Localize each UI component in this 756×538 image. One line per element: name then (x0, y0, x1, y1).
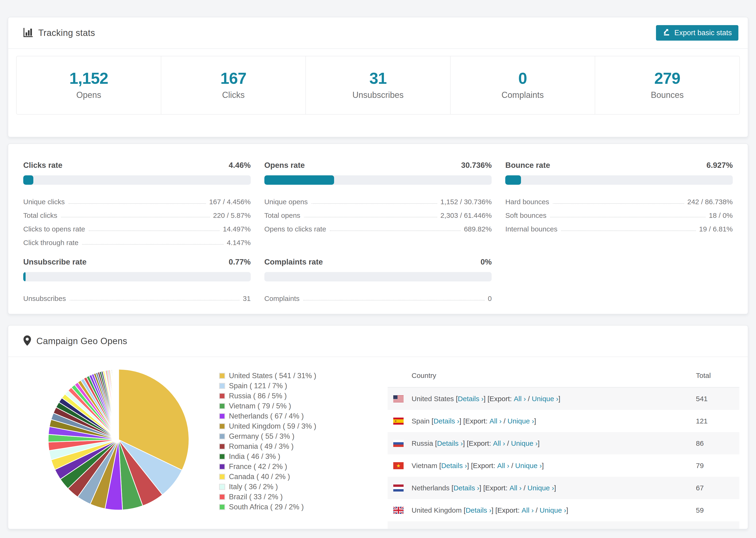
legend-label: Brazil ( 33 / 2% ) (229, 493, 283, 501)
stat-box: 31 Unsubscribes (306, 56, 451, 114)
export-all-link[interactable]: All › (514, 395, 526, 403)
legend-label: India ( 46 / 3% ) (229, 452, 280, 461)
details-link[interactable]: Details › (437, 439, 463, 447)
rate-row-value: 14.497% (223, 225, 250, 233)
rate-row-value: 31 (243, 295, 250, 302)
country-flag-icon (393, 484, 404, 492)
export-unique-link[interactable]: Unique › (532, 395, 558, 403)
total-cell: 541 (696, 395, 739, 403)
export-all-link[interactable]: All › (493, 439, 505, 447)
bar-chart-icon (23, 27, 33, 38)
legend-label: Russia ( 86 / 5% ) (229, 392, 287, 400)
country-name: Russia (411, 439, 433, 447)
rate-row-value: 220 / 5.87% (213, 211, 251, 219)
legend-swatch (219, 373, 225, 379)
rate-title: Opens rate (264, 161, 305, 170)
export-unique-link[interactable]: Unique › (518, 529, 545, 529)
pie-slice (118, 369, 119, 440)
details-link[interactable]: Details › (465, 506, 491, 514)
legend-swatch (219, 433, 225, 439)
table-row: Vietnam [Details ›] [Export: All › / Uni… (388, 455, 739, 477)
export-prefix: Export: (473, 462, 495, 470)
stat-label: Clicks (222, 90, 244, 100)
export-unique-link[interactable]: Unique › (527, 484, 554, 492)
export-unique-link[interactable]: Unique › (515, 462, 542, 470)
country-cell: United Kingdom [Details ›] [Export: All … (388, 506, 696, 514)
rate-row: Unique opens 1,152 / 30.736% (264, 192, 492, 206)
export-prefix: Export: (465, 417, 487, 425)
rate-row-label: Total clicks (23, 211, 57, 219)
export-all-link[interactable]: All › (490, 417, 502, 425)
export-all-link[interactable]: All › (510, 484, 522, 492)
rate-row: Unsubscribes 31 (23, 289, 251, 302)
rate-row-value: 689.82% (464, 225, 492, 233)
export-prefix: Export: (497, 506, 519, 514)
details-link[interactable]: Details › (433, 417, 459, 425)
rate-row-label: Complaints (264, 295, 299, 302)
rate-block: Bounce rate 6.927% Hard bounces 242 / 86… (505, 161, 733, 247)
tracking-stats-header: Tracking stats Export basic stats (8, 17, 748, 48)
legend-label: Canada ( 40 / 2% ) (229, 472, 290, 481)
country-name: Spain (411, 417, 430, 425)
country-flag-icon (393, 507, 404, 514)
rate-title: Bounce rate (505, 161, 550, 170)
legend-swatch (219, 463, 225, 470)
rates-grid: Clicks rate 4.46% Unique clicks 167 / 4.… (23, 161, 733, 302)
rate-row-value: 19 / 6.81% (699, 225, 733, 233)
rate-row-value: 242 / 86.738% (687, 198, 733, 206)
legend-swatch (219, 494, 225, 500)
country-name: United States (411, 395, 454, 403)
progress-bar (264, 175, 492, 185)
export-unique-link[interactable]: Unique › (511, 439, 538, 447)
page-title: Tracking stats (38, 28, 95, 38)
rate-row-label: Unique opens (264, 198, 308, 206)
progress-fill (23, 175, 33, 185)
export-all-link[interactable]: All › (500, 529, 513, 529)
rate-row-value: 4.147% (227, 239, 251, 247)
stat-label: Unsubscribes (352, 90, 404, 100)
rate-row-label: Internal bounces (505, 225, 557, 233)
total-cell: 121 (696, 417, 739, 425)
details-link[interactable]: Details › (445, 529, 470, 529)
rate-row-label: Clicks to opens rate (23, 225, 85, 233)
legend-item: Spain ( 121 / 7% ) (219, 381, 360, 391)
country-cell: Russia [Details ›] [Export: All › / Uniq… (388, 439, 696, 447)
rate-row: Internal bounces 19 / 6.81% (505, 219, 733, 233)
rate-row: Click through rate 4.147% (23, 233, 251, 247)
export-basic-stats-button[interactable]: Export basic stats (656, 25, 738, 41)
stat-label: Complaints (502, 90, 544, 100)
progress-bar (23, 272, 251, 282)
legend-swatch (219, 383, 225, 389)
geo-opens-header: Campaign Geo Opens (8, 326, 748, 356)
rate-row-label: Opens to clicks rate (264, 225, 326, 233)
legend-item: United States ( 541 / 31% ) (219, 371, 360, 381)
progress-fill (264, 175, 334, 185)
country-flag-icon (393, 440, 404, 447)
dotted-leader (561, 231, 696, 231)
export-all-link[interactable]: All › (522, 506, 534, 514)
export-unique-link[interactable]: Unique › (508, 417, 534, 425)
progress-bar (264, 272, 492, 282)
details-link[interactable]: Details › (458, 395, 484, 403)
dotted-leader (89, 231, 220, 231)
stat-label: Opens (76, 90, 101, 100)
rates-card: Clicks rate 4.46% Unique clicks 167 / 4.… (8, 143, 748, 314)
legend-item: United Kingdom ( 59 / 3% ) (219, 421, 360, 431)
dotted-leader (553, 203, 684, 204)
details-link[interactable]: Details › (441, 462, 467, 470)
export-all-link[interactable]: All › (497, 462, 510, 470)
details-link[interactable]: Details › (453, 484, 479, 492)
rate-row: Hard bounces 242 / 86.738% (505, 192, 733, 206)
export-prefix: Export: (469, 439, 491, 447)
legend-item: Canada ( 40 / 2% ) (219, 471, 360, 482)
country-name: Germany (411, 529, 441, 529)
export-unique-link[interactable]: Unique › (540, 506, 566, 514)
rate-row: Complaints 0 (264, 289, 492, 302)
progress-bar (23, 175, 251, 185)
legend-swatch (219, 443, 225, 450)
rate-row-label: Total opens (264, 211, 300, 219)
legend-label: Netherlands ( 67 / 4% ) (229, 412, 304, 420)
legend-item: Netherlands ( 67 / 4% ) (219, 411, 360, 421)
rate-row-value: 2,303 / 61.446% (441, 211, 492, 219)
legend-item: Brazil ( 33 / 2% ) (219, 492, 360, 502)
